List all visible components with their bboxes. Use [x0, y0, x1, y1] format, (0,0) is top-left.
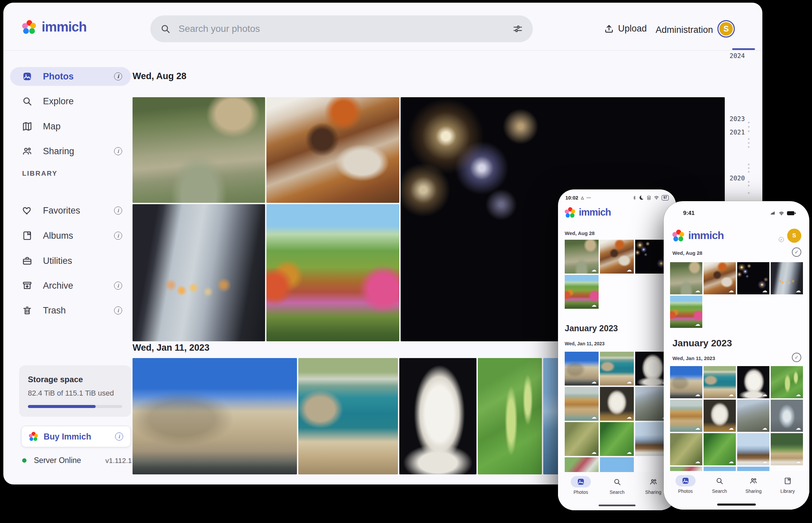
date-header: Wed, Aug 28 — [672, 250, 702, 256]
photo-bust[interactable] — [399, 358, 477, 474]
photo-hands[interactable] — [133, 204, 265, 341]
timeline-dot — [748, 122, 749, 123]
select-all-checkbox[interactable]: ✓ — [792, 353, 801, 362]
sidebar-item-sharing[interactable]: Sharing — [10, 142, 131, 161]
photo-grid: ☁ ☁ ☁ ☁ ☁ ☁ ☁ ☁ — [565, 352, 670, 491]
select-all-checkbox[interactable]: ✓ — [792, 248, 801, 257]
cloud-icon: ☁ — [762, 426, 767, 431]
photo-village[interactable]: ☁ — [771, 433, 803, 465]
search-input[interactable] — [178, 23, 505, 35]
photo-lizard[interactable]: ☁ — [565, 422, 599, 456]
info-icon[interactable] — [114, 206, 122, 215]
photo-stone-sculpture[interactable]: ☁ — [600, 387, 634, 421]
sidebar-item-favorites[interactable]: Favorites — [10, 201, 131, 220]
photo-dinner[interactable]: ☁ — [704, 262, 736, 294]
nav-item-library[interactable]: Library — [777, 475, 798, 510]
sidebar-item-label: Explore — [43, 96, 122, 107]
info-icon[interactable] — [115, 432, 123, 440]
photo-plant[interactable]: ☁ — [771, 366, 803, 398]
photo-lizard[interactable]: ☁ — [704, 433, 736, 465]
photo-fortress[interactable]: ☁ — [565, 352, 599, 385]
photos-icon — [577, 478, 585, 486]
photo-fireworks[interactable]: ☁ — [737, 262, 770, 294]
sidebar-item-explore[interactable]: Explore — [10, 92, 131, 111]
photo-lizard[interactable]: ☁ — [670, 433, 702, 465]
photo-church[interactable]: ☁ — [737, 433, 770, 465]
photo-silver-ornament[interactable]: ☁ — [771, 400, 803, 432]
online-dot-icon — [22, 458, 27, 463]
administration-link[interactable]: Administration — [656, 25, 713, 35]
timeline-dot — [748, 185, 749, 186]
photo-hands[interactable]: ☁ — [771, 262, 803, 294]
photo-park[interactable]: ☁ — [670, 296, 702, 328]
photo-dinner[interactable] — [266, 97, 399, 203]
heart-icon — [22, 205, 32, 216]
photo-fortress[interactable] — [133, 358, 297, 474]
photo-park[interactable]: ☁ — [565, 275, 599, 309]
battery-percent: 97 — [663, 196, 667, 199]
info-icon[interactable] — [114, 282, 122, 290]
info-icon[interactable] — [114, 147, 122, 155]
sidebar-item-map[interactable]: Map — [10, 117, 131, 136]
nav-item-photos[interactable]: Photos — [675, 475, 695, 510]
status-time: 10:02 — [565, 195, 578, 200]
cloud-icon: ☁ — [626, 267, 632, 273]
cloud-icon: ☁ — [695, 322, 700, 327]
info-icon[interactable] — [114, 232, 122, 240]
photo-coast[interactable]: ☁ — [600, 352, 634, 385]
photo-coast[interactable]: ☁ — [704, 366, 736, 398]
user-menu[interactable]: S — [718, 20, 735, 38]
sharing-icon — [749, 477, 757, 485]
nav-item-photos[interactable]: Photos — [571, 476, 591, 510]
photo-monkeys[interactable]: ☁ — [565, 240, 599, 274]
toolbox-icon — [22, 256, 32, 266]
cloud-icon: ☁ — [591, 414, 597, 420]
photo-coast[interactable] — [298, 358, 398, 474]
sidebar-item-albums[interactable]: Albums — [10, 226, 131, 245]
timeline-year[interactable]: 2024 — [718, 52, 745, 59]
avatar[interactable]: S — [787, 229, 801, 243]
photo-lizard[interactable]: ☁ — [600, 422, 634, 456]
nav-label: Library — [780, 488, 795, 494]
nav-label: Sharing — [746, 488, 762, 494]
sidebar-item-archive[interactable]: Archive — [10, 276, 131, 295]
photo-monkeys[interactable] — [133, 97, 265, 203]
home-indicator[interactable] — [718, 504, 756, 506]
sidebar-item-label: Albums — [43, 231, 103, 241]
cloud-icon: ☁ — [728, 459, 734, 464]
wifi-icon — [654, 195, 659, 200]
filter-icon[interactable] — [513, 24, 523, 34]
photo-park[interactable] — [266, 204, 399, 341]
dnd-moon-icon — [640, 196, 644, 200]
home-indicator[interactable] — [599, 505, 636, 506]
wifi-icon — [778, 211, 784, 216]
info-icon[interactable] — [114, 306, 122, 314]
sim-missing-icon — [646, 196, 651, 200]
cloud-icon: ☁ — [762, 392, 767, 397]
photo-plant[interactable] — [478, 358, 542, 474]
photo-dinner[interactable]: ☁ — [600, 240, 634, 274]
photo-fortress[interactable]: ☁ — [670, 366, 702, 398]
info-icon[interactable] — [114, 72, 122, 80]
timeline-dot — [748, 138, 749, 140]
photo-cliff[interactable]: ☁ — [670, 400, 702, 432]
nav-label: Search — [610, 489, 624, 495]
upload-button[interactable]: Upload — [604, 23, 647, 34]
photo-ruin[interactable]: ☁ — [737, 400, 770, 432]
photo-bust[interactable]: ☁ — [737, 366, 770, 398]
backup-cloud-button[interactable]: ☁ ✓ — [664, 230, 782, 241]
sidebar-item-photos[interactable]: Photos — [10, 67, 131, 86]
album-icon — [22, 231, 32, 241]
photo-cliff[interactable]: ☁ — [565, 387, 599, 421]
timeline-indicator[interactable] — [732, 48, 755, 50]
buy-immich-button[interactable]: Buy Immich — [21, 426, 131, 447]
photo-monkeys[interactable]: ☁ — [670, 262, 702, 294]
sidebar-item-trash[interactable]: Trash — [10, 301, 131, 320]
cloud-icon: ☁ — [626, 379, 632, 384]
sidebar-item-utilities[interactable]: Utilities — [10, 251, 131, 270]
photo-stone-sculpture[interactable]: ☁ — [704, 400, 736, 432]
timeline-year[interactable]: 2020 — [718, 174, 745, 182]
timeline-year[interactable]: 2021 — [718, 128, 745, 136]
timeline-year[interactable]: 2023 — [718, 115, 745, 122]
nav-item-sharing[interactable]: Sharing — [643, 476, 663, 510]
